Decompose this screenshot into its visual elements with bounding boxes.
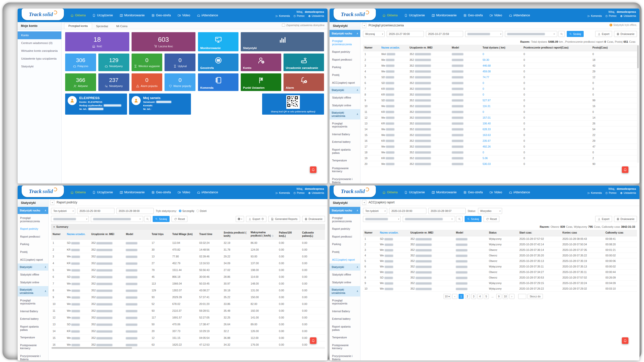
page-jump-input[interactable] [518,294,526,299]
nav-monitorowanie[interactable]: Monitorowanie [120,191,145,194]
sidebar-item[interactable]: Statystyki offline [330,94,360,102]
sidebar-item[interactable]: Postój [330,248,360,256]
nav-glowna[interactable]: Główna [70,191,86,194]
stat-tile[interactable]: 603Laczna ilosc [132,32,196,51]
sidebar-item[interactable]: Przegląd wyposażenia [330,297,360,307]
status-select[interactable]: Wszystko▾ [478,208,502,214]
nav-urzadzenie[interactable]: Urządzenie [92,14,113,17]
sidebar-item[interactable]: Postępowanie kierowcy [18,341,48,352]
date-to-input[interactable]: 2020-10-28 08:07 [428,208,466,214]
sidebar-group-header[interactable]: Statystyki urzadzenia∧ [18,286,48,296]
prev-page-button[interactable]: ‹ [452,294,457,299]
sidebar-item[interactable]: Statystyki online [330,279,360,286]
nav-glowna[interactable]: Główna [382,191,397,194]
toplink-pomoc[interactable]: Pomoc [293,15,305,17]
sidebar-item[interactable]: Statystyki offline [330,271,360,279]
table-row[interactable]: 4We352Otworz2020-10-28 07:35:202020-10-2… [363,253,637,258]
nav-urzadzenie[interactable]: Urządzenie [404,14,425,17]
nav-monitorowanie[interactable]: Monitorowanie [432,14,457,17]
table-row[interactable]: 11We352932110.3759:28:5135.48192.000.000… [51,307,325,314]
date-to-input[interactable]: 2020-10-28 08:00 [116,208,154,214]
sidebar-item[interactable]: Parking [330,63,360,71]
table-row[interactable]: 18We352000 [363,149,637,155]
stat-tile[interactable]: 129Nieaktywny [98,54,129,71]
sidebar-item[interactable]: Przegląd wyposażenia [18,297,48,307]
app-tile[interactable]: Monitorowanie [198,32,238,51]
stat-tile[interactable]: 18Ilość [65,32,129,51]
sidebar-item[interactable]: Postępowanie kierowcy [330,341,360,352]
alarm-notification-button[interactable] [622,166,628,173]
stat-tile[interactable]: 237Nieaktywny [98,73,129,91]
print-button[interactable]: Drukowanie [302,216,325,222]
sidebar-collapse-button[interactable]: ◂ [50,200,54,205]
sidebar-item[interactable]: Internal Battery [330,307,360,315]
horizontal-scrollbar[interactable] [51,347,325,349]
nav-urzadzenie[interactable]: Urządzenie [404,191,425,194]
stat-tile[interactable]: 0Wkrotce wygasnie [132,54,163,71]
nav-video[interactable]: Video [490,191,502,194]
sidebar-item[interactable]: Internal Battery [330,130,360,138]
sidebar-item[interactable]: Pozycjonowanie i Bateria [330,175,360,184]
sidebar-collapse-button[interactable]: ◂ [362,23,366,28]
stat-tile[interactable]: 366Aktywne [65,73,96,91]
imei-input[interactable]: × [403,216,455,222]
sidebar-item[interactable]: External battery [18,315,48,323]
page-jump-button[interactable]: Skocz do [528,294,543,299]
imei-search-button[interactable] [456,216,463,222]
tab-przeglad-konta[interactable]: Przeglad konta [64,23,92,29]
sidebar-item[interactable]: External battery [330,315,360,323]
table-row[interactable]: 7We352Otworz2020-10-28 07:34:272020-10-2… [363,269,637,275]
table-row[interactable]: 14We352628.33054 [363,126,637,132]
imei-search-button[interactable] [558,31,565,37]
sidebar-item[interactable]: Temperature [18,334,48,341]
table-row[interactable]: 9We352Wyłączony2020-10-28 07:29:152020-1… [363,280,637,286]
table-row[interactable]: 10We35252678.0220:01:2033.8682.000.000.0… [51,301,325,307]
szukaj-button[interactable]: Szukaj [153,216,170,222]
sidebar-item[interactable]: Raport spalania paliwa [330,323,360,334]
table-row[interactable]: 2We352Wyłączony2020-10-28 07:42:142020-1… [363,242,637,247]
sidebar-item[interactable]: Wirtualne konto zarządzania [18,47,61,55]
period-select[interactable]: Wczoraj▾ [363,31,385,37]
table-row[interactable]: 2KR35230470.8214:48:5631.78124.000.000.0… [51,246,325,253]
nav-iattendance[interactable]: iAttendance [197,14,218,17]
nav-video[interactable]: Video [490,14,502,17]
settings-button[interactable]: ▾ [236,216,244,222]
sidebar-item[interactable]: Raport spalania paliwa [330,146,360,157]
radio-szczegoly[interactable]: Szczegóły [179,209,194,212]
app-tile[interactable]: Statystyki [241,32,324,51]
sidebar-item[interactable]: External battery [330,138,360,146]
sidebar-item[interactable]: Przegląd wyposażenia [330,120,360,130]
sidebar-item[interactable]: Przegląd przemieszczenia [18,214,48,225]
page-button[interactable]: 9 [496,294,501,299]
sidebar-group-header[interactable]: Statystyki urzadzenia∧ [330,109,360,119]
sidebar-item[interactable]: Postój [18,248,48,256]
table-row[interactable]: 3We352446.68043 [363,63,637,68]
table-row[interactable]: 15We352163.63022 [363,132,637,138]
stat-tile[interactable]: 0Uplynal [165,54,195,71]
reset-button[interactable]: Reset [484,216,499,222]
app-tile[interactable]: Punkt Ustawien [241,73,281,91]
export-button[interactable]: Export [595,216,612,222]
app-tile[interactable]: Alarm [284,73,324,91]
nav-geo-strefa[interactable]: Geo-strefa [151,191,171,194]
column-header[interactable]: Nazwa urzadze. [65,230,90,240]
table-row[interactable]: 6We352Wyłączony2020-10-28 07:35:112020-1… [363,264,637,269]
sidebar-group-header[interactable]: Statystyki∧ [330,263,360,271]
toplink-ustawienia[interactable]: Ustawienia [308,15,324,17]
sidebar-item[interactable]: Statystyki offline [18,271,48,279]
alarm-notification-button[interactable] [310,166,316,173]
table-row[interactable]: 6SD35245866.1830:00:4628.86114.000.000.0… [51,274,325,280]
table-row[interactable]: 8KR352000 [363,92,637,97]
sidebar-item[interactable]: Raport predkosci [330,56,360,64]
sidebar-item[interactable]: Ustawienie typu urządzenia [18,55,61,63]
toplink-pomoc[interactable]: Pomoc [605,15,617,17]
nav-urzadzenie[interactable]: Urządzenie [92,191,113,194]
nav-glowna[interactable]: Główna [70,14,86,17]
toplink-pomoc[interactable]: Pomoc [293,192,305,194]
stat-tile[interactable]: 0Alarm pojazdu [132,73,163,91]
table-row[interactable]: 8SD352Otworz2020-10-28 07:30:532020-10-2… [363,275,637,280]
sidebar-item[interactable]: Raport spalania paliwa [18,323,48,334]
stat-tile[interactable]: 306Połączno [65,54,96,71]
table-row[interactable]: 11KR352000 [363,109,637,115]
sidebar-item[interactable]: Raport predkosci [330,233,360,241]
